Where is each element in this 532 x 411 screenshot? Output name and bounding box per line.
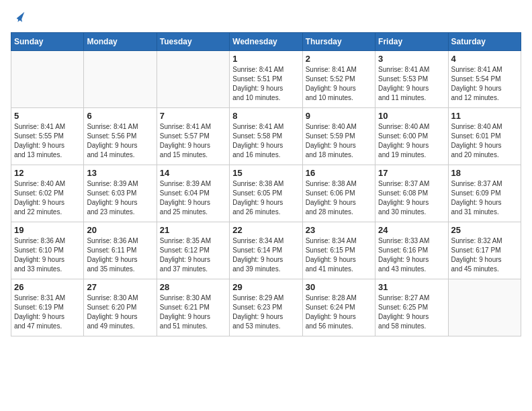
table-row: 9Sunrise: 8:40 AMSunset: 5:59 PMDaylight… — [302, 108, 375, 165]
day-number: 23 — [306, 225, 372, 235]
day-info: Sunrise: 8:41 AMSunset: 5:52 PMDaylight:… — [306, 65, 372, 103]
day-number: 18 — [451, 168, 518, 178]
week-row-4: 19Sunrise: 8:36 AMSunset: 6:10 PMDayligh… — [11, 222, 521, 279]
week-row-2: 5Sunrise: 8:41 AMSunset: 5:55 PMDaylight… — [11, 108, 521, 165]
table-row: 26Sunrise: 8:31 AMSunset: 6:19 PMDayligh… — [11, 279, 84, 336]
day-info: Sunrise: 8:40 AMSunset: 6:01 PMDaylight:… — [451, 122, 518, 160]
day-number: 1 — [232, 54, 299, 64]
day-info: Sunrise: 8:38 AMSunset: 6:06 PMDaylight:… — [306, 179, 372, 217]
day-info: Sunrise: 8:37 AMSunset: 6:08 PMDaylight:… — [378, 179, 445, 217]
day-number: 10 — [378, 111, 445, 121]
day-info: Sunrise: 8:28 AMSunset: 6:24 PMDaylight:… — [306, 293, 372, 331]
day-info: Sunrise: 8:32 AMSunset: 6:17 PMDaylight:… — [451, 236, 518, 274]
day-number: 24 — [378, 225, 445, 235]
col-wednesday: Wednesday — [230, 33, 302, 51]
day-number: 21 — [160, 225, 226, 235]
day-number: 4 — [451, 54, 518, 64]
day-number: 16 — [306, 168, 372, 178]
day-info: Sunrise: 8:41 AMSunset: 5:55 PMDaylight:… — [14, 122, 81, 160]
day-info: Sunrise: 8:30 AMSunset: 6:20 PMDaylight:… — [87, 293, 153, 331]
day-number: 19 — [14, 225, 81, 235]
table-row: 10Sunrise: 8:40 AMSunset: 6:00 PMDayligh… — [375, 108, 448, 165]
table-row: 19Sunrise: 8:36 AMSunset: 6:10 PMDayligh… — [11, 222, 84, 279]
day-number: 14 — [160, 168, 226, 178]
week-row-3: 12Sunrise: 8:40 AMSunset: 6:02 PMDayligh… — [11, 165, 521, 222]
table-row: 31Sunrise: 8:27 AMSunset: 6:25 PMDayligh… — [375, 279, 448, 336]
day-info: Sunrise: 8:38 AMSunset: 6:05 PMDaylight:… — [232, 179, 299, 217]
table-row: 14Sunrise: 8:39 AMSunset: 6:04 PMDayligh… — [157, 165, 229, 222]
table-row: 21Sunrise: 8:35 AMSunset: 6:12 PMDayligh… — [157, 222, 229, 279]
table-row: 24Sunrise: 8:33 AMSunset: 6:16 PMDayligh… — [375, 222, 448, 279]
day-info: Sunrise: 8:31 AMSunset: 6:19 PMDaylight:… — [14, 293, 81, 331]
table-row — [448, 279, 521, 336]
table-row — [157, 51, 229, 108]
table-row: 11Sunrise: 8:40 AMSunset: 6:01 PMDayligh… — [448, 108, 521, 165]
day-info: Sunrise: 8:29 AMSunset: 6:23 PMDaylight:… — [232, 293, 299, 331]
table-row: 3Sunrise: 8:41 AMSunset: 5:53 PMDaylight… — [375, 51, 448, 108]
logo — [11, 11, 26, 24]
table-row — [11, 51, 84, 108]
col-sunday: Sunday — [11, 33, 84, 51]
day-info: Sunrise: 8:36 AMSunset: 6:11 PMDaylight:… — [87, 236, 153, 274]
table-row: 6Sunrise: 8:41 AMSunset: 5:56 PMDaylight… — [84, 108, 157, 165]
table-row: 23Sunrise: 8:34 AMSunset: 6:15 PMDayligh… — [302, 222, 375, 279]
table-row: 7Sunrise: 8:41 AMSunset: 5:57 PMDaylight… — [157, 108, 229, 165]
col-monday: Monday — [84, 33, 157, 51]
table-row: 4Sunrise: 8:41 AMSunset: 5:54 PMDaylight… — [448, 51, 521, 108]
day-info: Sunrise: 8:41 AMSunset: 5:53 PMDaylight:… — [378, 65, 445, 103]
day-info: Sunrise: 8:41 AMSunset: 5:56 PMDaylight:… — [87, 122, 153, 160]
day-number: 5 — [14, 111, 81, 121]
day-info: Sunrise: 8:39 AMSunset: 6:04 PMDaylight:… — [160, 179, 226, 217]
table-row: 28Sunrise: 8:30 AMSunset: 6:21 PMDayligh… — [157, 279, 229, 336]
day-number: 28 — [160, 282, 226, 292]
table-row: 1Sunrise: 8:41 AMSunset: 5:51 PMDaylight… — [230, 51, 302, 108]
week-row-5: 26Sunrise: 8:31 AMSunset: 6:19 PMDayligh… — [11, 279, 521, 336]
table-row: 30Sunrise: 8:28 AMSunset: 6:24 PMDayligh… — [302, 279, 375, 336]
table-row: 17Sunrise: 8:37 AMSunset: 6:08 PMDayligh… — [375, 165, 448, 222]
day-info: Sunrise: 8:39 AMSunset: 6:03 PMDaylight:… — [87, 179, 153, 217]
day-info: Sunrise: 8:37 AMSunset: 6:09 PMDaylight:… — [451, 179, 518, 217]
week-row-1: 1Sunrise: 8:41 AMSunset: 5:51 PMDaylight… — [11, 51, 521, 108]
day-number: 13 — [87, 168, 153, 178]
table-row: 25Sunrise: 8:32 AMSunset: 6:17 PMDayligh… — [448, 222, 521, 279]
table-row: 5Sunrise: 8:41 AMSunset: 5:55 PMDaylight… — [11, 108, 84, 165]
day-number: 8 — [232, 111, 299, 121]
table-row: 13Sunrise: 8:39 AMSunset: 6:03 PMDayligh… — [84, 165, 157, 222]
day-number: 6 — [87, 111, 153, 121]
day-number: 26 — [14, 282, 81, 292]
calendar-header-row: Sunday Monday Tuesday Wednesday Thursday… — [11, 33, 521, 51]
day-number: 20 — [87, 225, 153, 235]
col-tuesday: Tuesday — [157, 33, 229, 51]
day-number: 15 — [232, 168, 299, 178]
logo-bird-icon — [12, 11, 26, 24]
col-saturday: Saturday — [448, 33, 521, 51]
day-number: 11 — [451, 111, 518, 121]
day-info: Sunrise: 8:33 AMSunset: 6:16 PMDaylight:… — [378, 236, 445, 274]
day-number: 12 — [14, 168, 81, 178]
day-number: 3 — [378, 54, 445, 64]
day-info: Sunrise: 8:35 AMSunset: 6:12 PMDaylight:… — [160, 236, 226, 274]
table-row — [84, 51, 157, 108]
day-info: Sunrise: 8:40 AMSunset: 6:02 PMDaylight:… — [14, 179, 81, 217]
day-number: 31 — [378, 282, 445, 292]
col-friday: Friday — [375, 33, 448, 51]
day-info: Sunrise: 8:41 AMSunset: 5:51 PMDaylight:… — [232, 65, 299, 103]
table-row: 16Sunrise: 8:38 AMSunset: 6:06 PMDayligh… — [302, 165, 375, 222]
day-number: 29 — [232, 282, 299, 292]
table-row: 15Sunrise: 8:38 AMSunset: 6:05 PMDayligh… — [230, 165, 302, 222]
day-number: 25 — [451, 225, 518, 235]
day-info: Sunrise: 8:34 AMSunset: 6:15 PMDaylight:… — [306, 236, 372, 274]
day-number: 27 — [87, 282, 153, 292]
table-row: 29Sunrise: 8:29 AMSunset: 6:23 PMDayligh… — [230, 279, 302, 336]
table-row: 20Sunrise: 8:36 AMSunset: 6:11 PMDayligh… — [84, 222, 157, 279]
day-number: 30 — [306, 282, 372, 292]
table-row: 8Sunrise: 8:41 AMSunset: 5:58 PMDaylight… — [230, 108, 302, 165]
day-info: Sunrise: 8:27 AMSunset: 6:25 PMDaylight:… — [378, 293, 445, 331]
page-header — [11, 11, 521, 24]
day-info: Sunrise: 8:36 AMSunset: 6:10 PMDaylight:… — [14, 236, 81, 274]
day-info: Sunrise: 8:30 AMSunset: 6:21 PMDaylight:… — [160, 293, 226, 331]
day-number: 22 — [232, 225, 299, 235]
day-number: 7 — [160, 111, 226, 121]
day-number: 9 — [306, 111, 372, 121]
day-info: Sunrise: 8:40 AMSunset: 5:59 PMDaylight:… — [306, 122, 372, 160]
